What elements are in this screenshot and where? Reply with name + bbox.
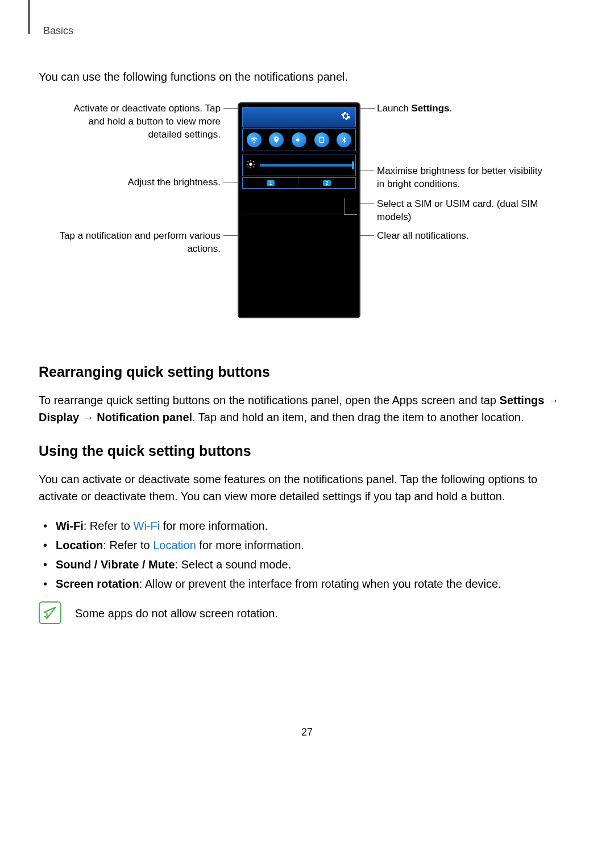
text: for more information. — [196, 539, 304, 551]
text: . — [450, 103, 453, 114]
section-header: Basics — [43, 25, 575, 37]
callout-sim: Select a SIM or USIM card. (dual SIM mod… — [377, 198, 547, 224]
notification-panel-diagram: Activate or deactivate options. Tap and … — [39, 102, 575, 347]
notification-area — [242, 190, 356, 214]
quick-toggles — [242, 128, 356, 151]
callout-maxbright: Maximise brightness for better visibilit… — [377, 165, 547, 191]
callout-clear: Clear all notifications. — [377, 230, 542, 243]
lead-line — [358, 203, 374, 204]
svg-line-5 — [248, 161, 248, 162]
text: Location — [56, 539, 103, 551]
status-bar — [242, 107, 356, 127]
callout-brightness: Adjust the brightness. — [90, 176, 221, 189]
brightness-slider — [260, 164, 352, 167]
callout-options: Activate or deactivate options. Tap and … — [56, 102, 221, 142]
callout-settings: Launch Settings. — [377, 102, 542, 115]
sim-1-badge: 1 — [267, 180, 274, 186]
wifi-icon — [247, 132, 262, 147]
gear-icon — [341, 111, 351, 123]
sim-row: 1 2 — [242, 177, 356, 189]
brightness-icon — [246, 160, 255, 171]
text: : Refer to — [84, 520, 134, 532]
text: : Refer to — [103, 539, 153, 551]
text: Wi-Fi — [56, 520, 84, 532]
text: Settings — [412, 103, 450, 114]
text: → — [544, 394, 559, 406]
list-item: Screen rotation: Allow or prevent the in… — [39, 574, 575, 593]
text: → — [79, 411, 97, 423]
page-number: 27 — [39, 726, 575, 738]
text: for more information. — [160, 520, 268, 532]
note-text: Some apps do not allow screen rotation. — [75, 601, 278, 622]
note: Some apps do not allow screen rotation. — [39, 601, 575, 624]
list-item: Location: Refer to Location for more inf… — [39, 535, 575, 555]
list-item: Sound / Vibrate / Mute: Select a sound m… — [39, 555, 575, 574]
heading-rearranging: Rearranging quick setting buttons — [39, 364, 575, 380]
text: : Select a sound mode. — [175, 558, 292, 571]
callout-notif: Tap a notification and perform various a… — [56, 230, 221, 256]
lead-line — [358, 235, 374, 236]
svg-line-8 — [253, 161, 254, 162]
link-wifi[interactable]: Wi-Fi — [134, 520, 160, 532]
intro-text: You can use the following functions on t… — [39, 68, 575, 85]
text: Sound / Vibrate / Mute — [56, 558, 175, 571]
text: To rearrange quick setting buttons on th… — [39, 394, 500, 406]
bluetooth-icon — [337, 132, 351, 147]
text: Notification panel — [97, 411, 192, 423]
sound-icon — [292, 132, 306, 147]
lead-line — [358, 171, 374, 171]
using-text: You can activate or deactivate some feat… — [39, 471, 575, 505]
sim-1: 1 — [243, 178, 299, 188]
feature-list: Wi-Fi: Refer to Wi-Fi for more informati… — [39, 516, 575, 593]
text: Screen rotation — [56, 578, 139, 590]
svg-point-0 — [249, 163, 252, 165]
text: : Allow or prevent the interface from ro… — [139, 578, 501, 590]
rotation-icon — [314, 132, 329, 147]
heading-using: Using the quick setting buttons — [39, 443, 575, 459]
text: . Tap and hold an item, and then drag th… — [192, 411, 524, 423]
location-icon — [269, 132, 284, 147]
link-location[interactable]: Location — [153, 539, 196, 551]
clear-button-icon — [344, 198, 357, 215]
note-icon — [39, 601, 61, 624]
sim-2: 2 — [299, 178, 355, 188]
brightness-row — [242, 155, 356, 176]
text: Settings — [500, 394, 545, 406]
list-item: Wi-Fi: Refer to Wi-Fi for more informati… — [39, 516, 575, 535]
sim-2-badge: 2 — [323, 180, 330, 186]
phone-mockup: 1 2 — [238, 102, 360, 318]
text: Launch — [377, 103, 412, 114]
svg-line-6 — [253, 167, 254, 167]
text: Display — [39, 411, 79, 423]
rearrange-text: To rearrange quick setting buttons on th… — [39, 392, 575, 426]
svg-line-7 — [248, 167, 248, 167]
header-rule — [28, 0, 30, 34]
